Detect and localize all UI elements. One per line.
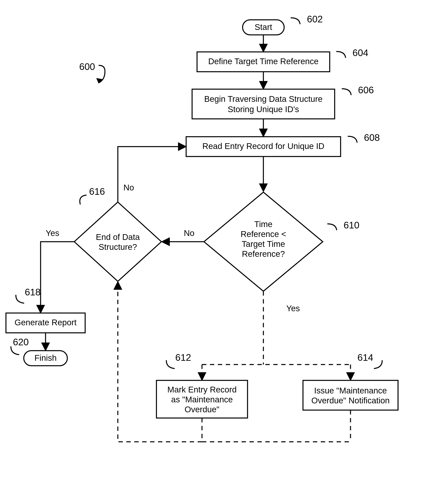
finish-label: Finish: [35, 353, 57, 363]
ref-620: 620: [13, 337, 29, 347]
ref-602: 602: [307, 14, 323, 24]
edge-616-no-label: No: [123, 183, 134, 192]
flowchart: 600 Start 602 Define Target Time Referen…: [0, 0, 421, 504]
ref-618: 618: [25, 287, 41, 297]
node-608-label: Read Entry Record for Unique ID: [202, 141, 324, 151]
ref-612: 612: [175, 352, 191, 363]
edge-616-yes-label: Yes: [46, 228, 59, 238]
ref-614: 614: [357, 352, 373, 363]
ref-606: 606: [358, 85, 374, 95]
node-614-l1: Issue "Maintenance: [314, 386, 387, 395]
edge-610-no-label: No: [184, 228, 195, 238]
node-612-l1: Mark Entry Record: [167, 385, 237, 394]
node-610-l2: Reference <: [241, 229, 286, 239]
node-606-label-b: Storing Unique ID's: [228, 105, 299, 114]
node-610-l1: Time: [254, 220, 273, 229]
node-616-l2: Structure?: [99, 242, 137, 252]
node-606-label-a: Begin Traversing Data Structure: [204, 94, 323, 104]
node-612-l2: as "Maintenance: [171, 395, 233, 404]
edge-610-yes-label: Yes: [286, 304, 300, 313]
start-label: Start: [255, 22, 272, 32]
node-614-l2: Overdue" Notification: [311, 396, 390, 405]
node-604-label: Define Target Time Reference: [208, 57, 318, 66]
edge-616-yes-618: [41, 242, 74, 312]
node-616-l1: End of Data: [96, 232, 140, 242]
edge-616-no-608: [118, 147, 185, 202]
node-610-l4: Reference?: [242, 249, 285, 258]
ref-616: 616: [89, 186, 105, 197]
node-612-l3: Overdue": [184, 405, 219, 414]
node-618-label: Generate Report: [15, 318, 77, 327]
ref-608: 608: [364, 132, 380, 143]
ref-604: 604: [352, 48, 368, 58]
node-610-l3: Target Time: [242, 239, 285, 249]
ref-600: 600: [79, 61, 95, 72]
ref-610: 610: [344, 220, 359, 230]
node-606: [192, 89, 335, 119]
